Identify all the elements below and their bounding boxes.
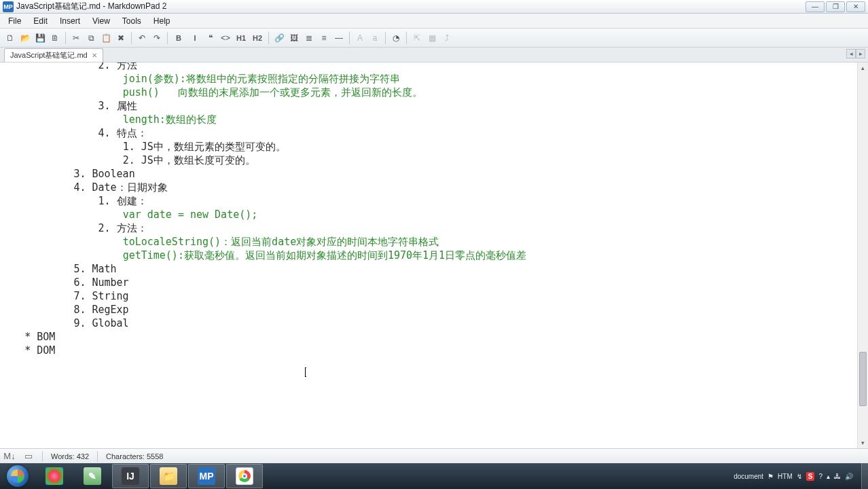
toolbar-separator bbox=[268, 32, 269, 44]
app-icon: MP bbox=[3, 1, 14, 12]
editor-line: * BOM bbox=[0, 330, 857, 344]
h1-icon[interactable]: H1 bbox=[234, 32, 248, 44]
paste-icon[interactable]: 📋 bbox=[100, 32, 112, 44]
menu-file[interactable]: File bbox=[3, 15, 26, 27]
menu-tools[interactable]: Tools bbox=[117, 15, 147, 27]
taskbar-app-notepad[interactable]: ✎ bbox=[74, 464, 111, 488]
tab-bar: JavaScript基础笔记.md ✕ ◂ ▸ bbox=[0, 48, 868, 62]
help-icon[interactable]: ? bbox=[818, 473, 822, 480]
bold-icon[interactable]: B bbox=[172, 32, 185, 44]
h2-icon[interactable]: H2 bbox=[251, 32, 264, 44]
redo-icon[interactable]: ↷ bbox=[151, 32, 163, 44]
tab-document[interactable]: JavaScript基础笔记.md ✕ bbox=[4, 48, 103, 62]
close-button[interactable]: ✕ bbox=[846, 1, 865, 12]
code-icon[interactable]: <> bbox=[219, 32, 232, 44]
hr-icon[interactable]: ― bbox=[333, 32, 345, 44]
taskbar-app-explorer[interactable]: 📁 bbox=[150, 464, 187, 488]
editor-line: 2. JS中，数组长度可变的。 bbox=[0, 153, 857, 167]
scroll-up-icon[interactable]: ▴ bbox=[858, 62, 868, 73]
editor-line: 3. Boolean bbox=[0, 167, 857, 181]
link-icon[interactable]: 🔗 bbox=[273, 32, 285, 44]
save-all-icon[interactable]: 🗎 bbox=[49, 32, 61, 44]
system-tray: document⚑HTM↯S?▴🖧🔊 bbox=[729, 472, 861, 481]
toolbar-separator bbox=[385, 32, 386, 44]
editor-line: toLocaleString()：返回当前date对象对应的时间本地字符串格式 bbox=[0, 235, 857, 249]
minimize-button[interactable]: — bbox=[806, 1, 825, 12]
editor-line: getTime():获取毫秒值。返回当前如期对象描述的时间到1970年1月1日零… bbox=[0, 249, 857, 262]
up-icon[interactable]: ▴ bbox=[827, 473, 830, 480]
taskbar-app-chrome[interactable] bbox=[226, 464, 263, 488]
copy-icon[interactable]: ⧉ bbox=[85, 32, 97, 44]
notepad-icon: ✎ bbox=[84, 467, 101, 485]
vertical-scrollbar[interactable]: ▴ ▾ bbox=[857, 62, 868, 448]
scroll-down-icon[interactable]: ▾ bbox=[858, 437, 868, 448]
flag-icon[interactable]: ⚑ bbox=[767, 473, 774, 480]
tab-nav-right-icon[interactable]: ▸ bbox=[856, 49, 865, 58]
delete-icon[interactable]: ✖ bbox=[115, 32, 127, 44]
intellij-icon: IJ bbox=[122, 467, 139, 485]
explorer-icon: 📁 bbox=[160, 467, 177, 485]
editor-line: 1. JS中，数组元素的类型可变的。 bbox=[0, 140, 857, 153]
sogou-icon[interactable]: S bbox=[806, 472, 815, 481]
italic-icon[interactable]: I bbox=[188, 32, 202, 44]
save-icon[interactable]: 💾 bbox=[34, 32, 46, 44]
timestamp-icon[interactable]: ◔ bbox=[390, 32, 402, 44]
new-file-icon[interactable]: 🗋 bbox=[4, 32, 16, 44]
font-a-icon: A bbox=[354, 32, 366, 44]
editor-line: push() 向数组的末尾添加一个或更多元素，并返回新的长度。 bbox=[0, 86, 857, 99]
show-desktop-button[interactable] bbox=[861, 463, 868, 489]
arrow-icon[interactable]: ↯ bbox=[797, 473, 802, 480]
tool-1-icon bbox=[46, 467, 63, 485]
markdown-mode-icon[interactable]: M↓ bbox=[4, 451, 15, 462]
network-icon[interactable]: 🖧 bbox=[834, 473, 841, 480]
ul-icon[interactable]: ≣ bbox=[303, 32, 315, 44]
title-bar: MP JavaScript基础笔记.md - MarkdownPad 2 — ❐… bbox=[0, 0, 868, 14]
volume-icon[interactable]: 🔊 bbox=[845, 473, 853, 480]
undo-icon[interactable]: ↶ bbox=[136, 32, 148, 44]
preview-icon: ⇱ bbox=[411, 32, 423, 44]
export-icon: ⤴ bbox=[441, 32, 453, 44]
ol-icon[interactable]: ≡ bbox=[318, 32, 330, 44]
editor-line: 1. 创建： bbox=[0, 194, 857, 208]
editor-line: 8. RegExp bbox=[0, 303, 857, 316]
taskbar-app-tool-1[interactable] bbox=[36, 464, 73, 488]
windows-taskbar: ✎IJ📁MP document⚑HTM↯S?▴🖧🔊 bbox=[0, 463, 868, 489]
editor-line: length:数组的长度 bbox=[0, 113, 857, 126]
status-bar: M↓ ▭ Words: 432 Characters: 5558 bbox=[0, 448, 868, 463]
scroll-thumb[interactable] bbox=[859, 352, 867, 406]
tab-close-icon[interactable]: ✕ bbox=[92, 52, 97, 59]
editor-line: 3. 属性 bbox=[0, 99, 857, 113]
taskbar-app-intellij[interactable]: IJ bbox=[112, 464, 149, 488]
toolbar-separator bbox=[65, 32, 66, 44]
editor-line: 2. 方法 bbox=[0, 62, 857, 72]
open-file-icon[interactable]: 📂 bbox=[19, 32, 31, 44]
toolbar-separator bbox=[131, 32, 132, 44]
image-icon[interactable]: 🖼 bbox=[288, 32, 300, 44]
editor-line: 2. 方法： bbox=[0, 221, 857, 235]
menu-insert[interactable]: Insert bbox=[54, 15, 86, 27]
font-a-small-icon: a bbox=[369, 32, 381, 44]
book-icon[interactable]: ▭ bbox=[23, 451, 34, 462]
menu-help[interactable]: Help bbox=[148, 15, 176, 27]
menu-edit[interactable]: Edit bbox=[28, 15, 53, 27]
toolbar-separator bbox=[406, 32, 407, 44]
editor-line: 4. 特点： bbox=[0, 126, 857, 140]
toolbar: 🗋📂💾🗎✂⧉📋✖↶↷BI❝<>H1H2🔗🖼≣≡―Aa◔⇱▦⤴ bbox=[0, 29, 868, 48]
cut-icon[interactable]: ✂ bbox=[70, 32, 82, 44]
char-count: Characters: 5558 bbox=[106, 452, 163, 460]
htm-label[interactable]: HTM bbox=[778, 473, 793, 480]
editor-line: 9. Global bbox=[0, 316, 857, 330]
menu-view[interactable]: View bbox=[87, 15, 115, 27]
tab-label: JavaScript基础笔记.md bbox=[10, 50, 88, 60]
editor-line: 6. Number bbox=[0, 276, 857, 289]
start-button[interactable] bbox=[0, 463, 35, 489]
editor-area[interactable]: 2. 方法 join(参数):将数组中的元素按照指定的分隔符拼接为字符串 pus… bbox=[0, 62, 857, 448]
document-label[interactable]: document bbox=[734, 473, 763, 480]
tab-nav-left-icon[interactable]: ◂ bbox=[846, 49, 856, 58]
maximize-button[interactable]: ❐ bbox=[826, 1, 845, 12]
text-cursor bbox=[305, 367, 306, 378]
quote-icon[interactable]: ❝ bbox=[204, 32, 217, 44]
window-title: JavaScript基础笔记.md - MarkdownPad 2 bbox=[16, 1, 806, 12]
toolbar-separator bbox=[349, 32, 350, 44]
taskbar-app-markdownpad[interactable]: MP bbox=[188, 464, 225, 488]
